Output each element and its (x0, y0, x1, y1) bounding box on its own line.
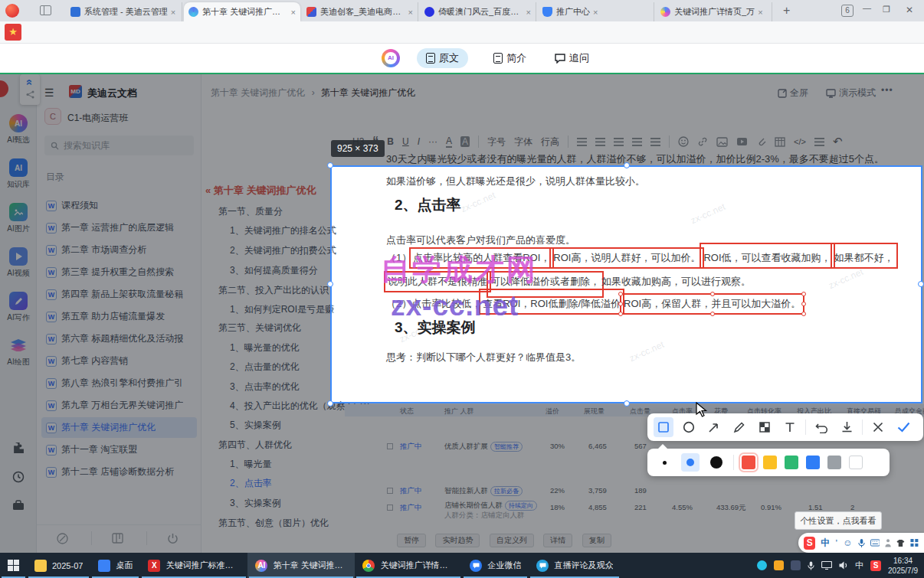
underline-button[interactable]: U (402, 136, 409, 147)
theme-star-icon[interactable]: ★ (5, 24, 21, 41)
doc-item[interactable]: W第十二章 店铺诊断数据分析 (41, 462, 197, 482)
breadcrumb-parent[interactable]: 第十章 关键词推广优化 (211, 87, 305, 98)
taskbar-clock[interactable]: 16:342025/7/9 (888, 556, 918, 576)
toc-item[interactable]: 第三节、关键词优化 (218, 322, 301, 335)
doc-item[interactable]: W第三章 提升权重之自然搜索 (41, 262, 197, 282)
tab-baidu-search[interactable]: 倚暖澳门风云_百度搜索× (420, 2, 536, 21)
toc-item[interactable]: 1、关键词推广的排名公式 (230, 224, 336, 237)
toc-item-active[interactable]: 2、点击率 (230, 477, 272, 490)
sidebar-collapse-chip[interactable]: « (20, 74, 40, 105)
detail-button[interactable]: 详情 (543, 534, 572, 547)
pause-button[interactable]: 暂停 (397, 534, 426, 547)
taskbar-item-spreadsheet[interactable]: X关键词推广标准计... (140, 553, 247, 578)
doc-item[interactable]: W第一章 运营推广的底层逻辑 (41, 217, 197, 238)
window-close-button[interactable]: ✕ (906, 5, 913, 15)
toc-item[interactable]: 2、关键词推广的扣费公式 (230, 244, 336, 257)
highlight-button[interactable]: A (460, 136, 470, 147)
ime-punct-toggle[interactable]: ’ (835, 537, 837, 549)
realtime-button[interactable]: 实时趋势 (435, 534, 480, 547)
toc-item[interactable]: 第四节、人群优化 (218, 439, 292, 452)
split-view-icon[interactable] (40, 5, 51, 15)
annotation-rect[interactable]: 说明此人群不是很精准 (384, 271, 491, 292)
mosaic-tool[interactable] (755, 417, 775, 437)
toc-item[interactable]: 第五节、创意（图片）优化 (218, 517, 329, 530)
bold-button[interactable]: B (387, 136, 394, 147)
cancel-capture-button[interactable] (868, 417, 888, 437)
doc-item[interactable]: W第五章 助力店铺流量爆发 (41, 306, 197, 327)
selection-handle[interactable] (327, 162, 333, 168)
code-icon[interactable]: </> (794, 137, 806, 146)
floating-badge-icon[interactable] (0, 80, 8, 97)
tab-close-icon[interactable]: × (758, 8, 762, 17)
selection-handle[interactable] (918, 281, 924, 287)
window-maximize-button[interactable]: ❐ (883, 5, 890, 15)
taskbar-item-doc-active[interactable]: AI第十章 关键词推广... (247, 553, 355, 578)
numbered-list-icon[interactable] (595, 138, 605, 146)
ime-lang-toggle[interactable]: 中 (821, 537, 830, 550)
color-green[interactable] (785, 456, 798, 469)
tab-summary[interactable]: 简介 (484, 48, 536, 68)
link-icon[interactable] (697, 136, 708, 147)
start-button[interactable] (0, 553, 27, 578)
collapse-toc-icon[interactable]: « (205, 185, 211, 196)
rail-item-ai-drawing[interactable]: AI绘图 (0, 336, 37, 367)
tab-close-icon[interactable]: × (526, 8, 531, 17)
tab-meidi-chuangke[interactable]: 美迪创客_美迪电商_美× (302, 2, 418, 21)
row-checkbox[interactable] (387, 505, 393, 511)
tab-close-icon[interactable]: × (593, 8, 598, 17)
selection-handle[interactable] (624, 162, 630, 168)
taskbar-item-live-comments[interactable]: 直播评论及观众 (529, 553, 621, 578)
align-icon[interactable] (632, 138, 642, 146)
stroke-large-option[interactable] (707, 453, 726, 472)
rail-item-knowledge-base[interactable]: AI知识库 (0, 158, 37, 190)
font-size-select[interactable]: 字号 (487, 136, 506, 149)
edit-disabled-icon[interactable] (57, 533, 68, 544)
color-red-active[interactable] (742, 456, 755, 469)
rail-item-ai-writing[interactable]: AI写作 (0, 292, 37, 323)
tab-original-text[interactable]: 原文 (417, 48, 468, 68)
italic-button[interactable]: I (418, 136, 420, 147)
taskbar-item-folder[interactable]: 2025-07 (27, 553, 90, 578)
tab-promo-center[interactable]: 推广中心× (538, 2, 654, 21)
undo-icon[interactable]: ↶ (833, 135, 843, 149)
task-list-icon[interactable] (614, 138, 624, 146)
history-clock-icon[interactable] (12, 471, 25, 483)
doc-item[interactable]: W课程须知 (41, 195, 197, 216)
taskbar-item-chrome[interactable]: 关键词推广详情页... (355, 553, 462, 578)
copy-button[interactable]: 复制 (582, 534, 611, 547)
row-checkbox[interactable] (387, 488, 393, 494)
more-format-button[interactable]: ··· (428, 136, 437, 147)
search-input[interactable]: 搜索知识库 (44, 136, 194, 155)
puzzle-icon[interactable] (12, 442, 25, 454)
tray-display-icon[interactable] (821, 561, 832, 570)
kanban-icon[interactable] (112, 533, 123, 544)
emoji-icon[interactable] (678, 136, 689, 147)
tray-speaker-icon[interactable] (839, 561, 848, 570)
person-icon[interactable] (885, 538, 891, 547)
selection-handle[interactable] (327, 281, 333, 287)
toolbox-grid-icon[interactable] (910, 538, 919, 547)
tab-ask[interactable]: 追问 (546, 48, 598, 68)
emoji-icon[interactable]: ☺ (843, 537, 852, 548)
save-download-tool[interactable] (837, 417, 857, 437)
font-family-select[interactable]: 字体 (514, 136, 532, 149)
line-height-select[interactable]: 行高 (541, 136, 559, 149)
tab-keyword-detail[interactable]: 关键词推广详情页_万× (656, 2, 772, 21)
sogou-logo-icon[interactable]: S (804, 537, 815, 550)
doc-item[interactable]: W第七章 内容营销 (41, 351, 197, 371)
toc-item[interactable]: 3、如何提高质量得分 (230, 264, 318, 277)
tab-group-badge[interactable]: 6 (841, 5, 854, 17)
doc-item[interactable]: W第六章 标题精细优化及活动报 (41, 328, 197, 349)
skin-shirt-icon[interactable] (896, 539, 905, 547)
toc-title[interactable]: « 第十章 关键词推广优化 (205, 184, 316, 198)
color-gray[interactable] (827, 456, 841, 469)
tray-mic-icon[interactable] (808, 561, 814, 570)
tray-sogou-icon[interactable]: S (870, 560, 881, 571)
doc-item[interactable]: W第八章 热浪引擎和付费推广引 (41, 373, 197, 393)
taskbar-item-wecom[interactable]: 企业微信 (462, 553, 529, 578)
present-mode-button[interactable]: 演示模式 (826, 87, 876, 100)
new-tab-button[interactable]: + (783, 4, 790, 18)
tab-chapter10[interactable]: 第十章 关键词推广优化× (184, 2, 300, 21)
keyboard-icon[interactable] (870, 539, 880, 547)
panel-menu-icon[interactable]: ☰ (44, 87, 54, 99)
